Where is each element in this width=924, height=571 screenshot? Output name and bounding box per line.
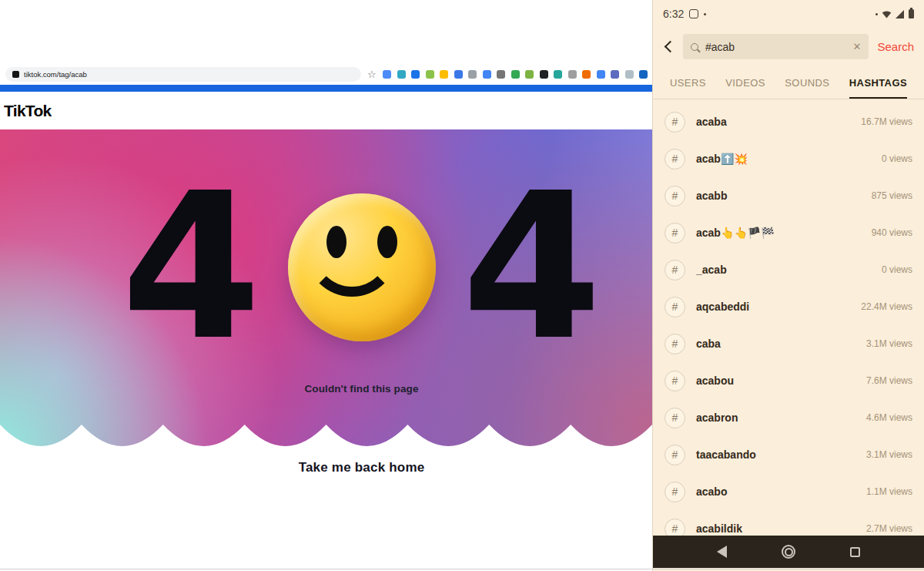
clear-search-icon[interactable]: ✕	[853, 41, 862, 52]
hashtag-result-row[interactable]: # acabo 1.1M views	[653, 473, 924, 510]
hashtag-view-count: 22.4M views	[861, 301, 912, 312]
notification-icon	[689, 9, 698, 18]
wave-edge	[0, 420, 652, 451]
extension-icon[interactable]	[411, 70, 420, 79]
404-hero: 4 4 Couldn't find this page	[0, 129, 652, 451]
hashtag-name: _acab	[696, 264, 871, 276]
cellular-signal-icon	[896, 10, 905, 18]
extension-icon[interactable]	[568, 70, 577, 79]
android-home-icon[interactable]	[782, 545, 795, 559]
hashtag-name: acabb	[696, 190, 861, 202]
extension-icon[interactable]	[525, 70, 534, 79]
hashtag-result-row[interactable]: # acaba 16.7M views	[653, 103, 924, 140]
extension-icon[interactable]	[511, 70, 520, 79]
search-header: ✕ Search	[653, 28, 924, 67]
address-bar[interactable]	[5, 67, 361, 82]
hashtag-name: caba	[696, 338, 855, 350]
extension-icon[interactable]	[611, 70, 619, 79]
search-icon	[691, 43, 698, 51]
hashtag-result-row[interactable]: # acab👆👆🏴🏁 940 views	[653, 214, 924, 251]
hashtag-view-count: 2.7M views	[866, 523, 912, 534]
extension-icon[interactable]	[397, 70, 406, 79]
hashtag-name: acab👆👆🏴🏁	[696, 227, 861, 239]
hashtag-view-count: 4.6M views	[866, 412, 912, 423]
hashtag-name: taacabando	[696, 448, 855, 461]
hashtag-name: acabildik	[696, 522, 855, 535]
tiktok-logo[interactable]: TikTok	[4, 102, 52, 120]
hashtag-result-row[interactable]: # acabron 4.6M views	[653, 399, 924, 436]
search-tab[interactable]: VIDEOS	[725, 67, 765, 99]
search-input[interactable]	[705, 41, 846, 53]
android-back-icon[interactable]	[717, 546, 727, 558]
site-favicon-icon	[12, 71, 19, 78]
url-input[interactable]	[24, 70, 354, 79]
back-chevron-icon[interactable]	[665, 41, 677, 53]
search-result-tabs: USERS VIDEOS SOUNDS HASHTAGS	[653, 67, 924, 99]
hashtag-view-count: 0 views	[882, 153, 912, 164]
status-bar: 6:32	[653, 0, 924, 28]
extension-icon[interactable]	[468, 70, 477, 79]
extension-icon[interactable]	[639, 70, 648, 79]
bookmark-star-icon[interactable]: ☆	[367, 67, 377, 82]
hashtag-icon: #	[665, 371, 685, 391]
hashtag-result-row[interactable]: # aqcabeddi 22.4M views	[653, 288, 924, 325]
notification-dot-icon	[704, 13, 706, 15]
smiley-face-icon	[288, 193, 436, 341]
hashtag-view-count: 875 views	[872, 190, 912, 201]
hashtag-result-row[interactable]: # taacabando 3.1M views	[653, 436, 924, 473]
wifi-icon	[882, 10, 892, 18]
hashtag-icon: #	[665, 112, 685, 133]
extension-icon[interactable]	[426, 70, 434, 79]
hashtag-name: acabou	[696, 375, 855, 387]
hashtag-view-count: 940 views	[872, 227, 912, 238]
android-nav-bar	[653, 536, 924, 568]
hashtag-view-count: 0 views	[882, 264, 912, 275]
search-box[interactable]: ✕	[683, 34, 869, 59]
android-recents-icon[interactable]	[850, 547, 860, 557]
hashtag-icon: #	[665, 223, 685, 244]
hashtag-name: acab⬆️💥	[696, 153, 871, 165]
hashtag-icon: #	[665, 149, 685, 170]
browser-window: ☆	[0, 0, 652, 571]
hashtag-name: aqcabeddi	[696, 301, 850, 313]
status-dot-icon	[875, 13, 878, 15]
hashtag-result-row[interactable]: # _acab 0 views	[653, 251, 924, 288]
search-button[interactable]: Search	[877, 40, 914, 53]
extension-icon[interactable]	[540, 70, 548, 79]
battery-icon	[909, 9, 914, 18]
404-digit-left: 4	[121, 188, 261, 346]
hashtag-results-list: # acaba 16.7M views # acab⬆️💥 0 views #	[653, 99, 924, 547]
hashtag-icon: #	[665, 482, 685, 502]
phone-screen: 6:32 ✕ Search	[652, 0, 924, 571]
hashtag-icon: #	[665, 260, 685, 280]
hashtag-result-row[interactable]: # caba 3.1M views	[653, 325, 924, 362]
extension-icon[interactable]	[497, 70, 505, 79]
hashtag-icon: #	[665, 334, 685, 354]
hashtag-result-row[interactable]: # acabb 875 views	[653, 177, 924, 214]
hashtag-result-row[interactable]: # acab⬆️💥 0 views	[653, 140, 924, 177]
hashtag-view-count: 1.1M views	[866, 486, 912, 497]
hashtag-name: acabron	[696, 411, 855, 424]
search-tab[interactable]: USERS	[670, 67, 706, 99]
extension-icon[interactable]	[483, 70, 491, 79]
search-tab[interactable]: HASHTAGS	[849, 67, 907, 99]
hashtag-view-count: 16.7M views	[861, 116, 912, 127]
extension-icon[interactable]	[597, 70, 605, 79]
hashtag-icon: #	[665, 297, 685, 317]
hashtag-name: acaba	[696, 116, 850, 128]
extension-icon[interactable]	[582, 70, 591, 79]
extension-icon[interactable]	[440, 70, 448, 79]
extension-icon[interactable]	[383, 70, 391, 79]
take-me-back-home-link[interactable]: Take me back home	[35, 460, 652, 475]
extension-icon[interactable]	[625, 70, 634, 79]
extension-toolbar	[383, 70, 648, 79]
search-tab[interactable]: SOUNDS	[785, 67, 829, 99]
site-header: TikTok	[0, 92, 652, 129]
hashtag-result-row[interactable]: # acabou 7.6M views	[653, 362, 924, 399]
screen: ☆	[0, 0, 924, 571]
hashtag-icon: #	[665, 445, 685, 465]
page-loading-bar	[0, 85, 652, 92]
extension-icon[interactable]	[454, 70, 463, 79]
extension-icon[interactable]	[554, 70, 562, 79]
404-graphic: 4 4	[35, 188, 652, 346]
